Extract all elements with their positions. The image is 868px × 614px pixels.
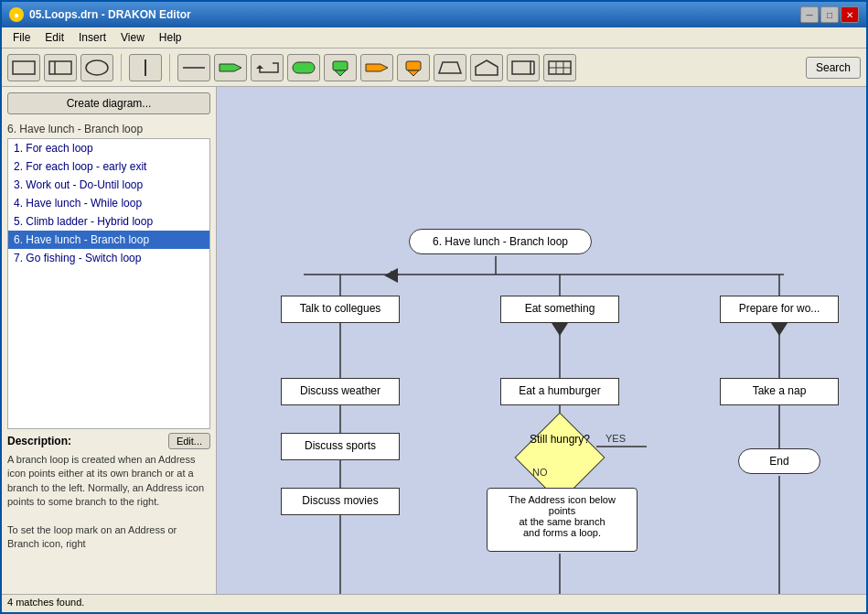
menu-view[interactable]: View [113, 29, 152, 46]
menu-insert[interactable]: Insert [71, 29, 113, 46]
desc-header: Description: Edit... [7, 433, 210, 449]
canvas[interactable]: 6. Have lunch - Branch loop Talk to coll… [217, 87, 866, 594]
toolbar-sep1 [121, 54, 122, 81]
toolbar-orange-arrow[interactable] [360, 54, 393, 81]
node-talk-collegues[interactable]: Talk to collegues [281, 296, 400, 323]
menu-help[interactable]: Help [152, 29, 189, 46]
toolbar-rect1[interactable] [7, 54, 40, 81]
maximize-button[interactable]: □ [820, 6, 839, 23]
svg-marker-10 [335, 70, 346, 76]
app-icon: ● [9, 7, 24, 22]
svg-rect-12 [406, 61, 421, 70]
node-eat-hamburger[interactable]: Eat a humburger [500, 378, 619, 405]
title-bar: ● 05.Loops.drn - DRAKON Editor ─ □ ✕ [2, 2, 866, 27]
toolbar-orange-down[interactable] [397, 54, 430, 81]
toolbar-return[interactable] [251, 54, 284, 81]
node-discuss-movies[interactable]: Discuss movies [281, 488, 400, 515]
svg-marker-43 [384, 268, 398, 283]
svg-marker-7 [256, 65, 263, 69]
node-eat-something-top[interactable]: Eat something [500, 296, 619, 323]
node-end-text: End [769, 455, 788, 468]
node-discuss-movies-text: Discuss movies [302, 494, 378, 507]
description-area: Description: Edit... A branch loop is cr… [2, 429, 216, 594]
svg-rect-0 [13, 61, 35, 74]
toolbar-sep2 [169, 54, 170, 81]
yes-label: YES [605, 433, 626, 444]
loop-arrow [384, 268, 412, 283]
status-bar: 4 matches found. [2, 594, 866, 612]
window-controls: ─ □ ✕ [800, 6, 859, 23]
node-take-nap-text: Take a nap [753, 384, 807, 397]
toolbar-hline[interactable] [177, 54, 210, 81]
sidebar-item-4[interactable]: 4. Have lunch - While loop [8, 194, 209, 212]
toolbar-green-rect[interactable] [287, 54, 320, 81]
diagram-list: 1. For each loop 2. For each loop - earl… [7, 138, 210, 429]
toolbar-green-arrow[interactable] [324, 54, 357, 81]
menu-bar: File Edit Insert View Help [2, 27, 866, 48]
svg-rect-9 [333, 61, 348, 70]
main-window: ● 05.Loops.drn - DRAKON Editor ─ □ ✕ Fil… [0, 0, 868, 614]
toolbar: Search [2, 48, 866, 87]
sidebar-item-1[interactable]: 1. For each loop [8, 139, 209, 157]
toolbar-trapezoid[interactable] [434, 54, 466, 81]
svg-marker-44 [552, 323, 568, 336]
node-discuss-weather[interactable]: Discuss weather [281, 378, 400, 405]
toolbar-grid[interactable] [543, 54, 576, 81]
toolbar-rect-side[interactable] [507, 54, 540, 81]
svg-marker-11 [366, 64, 388, 71]
menu-edit[interactable]: Edit [38, 29, 71, 46]
toolbar-oval[interactable] [80, 54, 113, 81]
toolbar-house[interactable] [470, 54, 503, 81]
canvas-inner: 6. Have lunch - Branch loop Talk to coll… [217, 87, 866, 594]
node-eat-hamburger-text: Eat a humburger [519, 384, 600, 397]
node-take-nap[interactable]: Take a nap [720, 378, 839, 405]
sidebar: Create diagram... 6. Have lunch - Branch… [2, 87, 217, 594]
sidebar-item-6[interactable]: 6. Have lunch - Branch loop [8, 231, 209, 249]
down-arrow-col2 [552, 323, 568, 336]
window-title: 05.Loops.drn - DRAKON Editor [29, 8, 191, 21]
svg-rect-16 [512, 61, 530, 74]
edit-button[interactable]: Edit... [168, 433, 210, 449]
no-label: NO [532, 467, 548, 478]
node-discuss-weather-text: Discuss weather [300, 384, 380, 397]
node-prepare-work-top[interactable]: Prepare for wo... [720, 296, 839, 323]
create-diagram-button[interactable]: Create diagram... [7, 92, 210, 114]
svg-point-3 [86, 60, 108, 75]
diagram-title-node: 6. Have lunch - Branch loop [409, 229, 592, 254]
sidebar-item-3[interactable]: 3. Work out - Do-Until loop [8, 176, 209, 194]
search-button[interactable]: Search [806, 57, 861, 79]
node-talk-collegues-text: Talk to collegues [300, 302, 381, 315]
status-text: 4 matches found. [7, 597, 84, 608]
main-area: Create diagram... 6. Have lunch - Branch… [2, 87, 866, 594]
toolbar-line[interactable] [129, 54, 162, 81]
svg-marker-13 [408, 70, 419, 76]
node-discuss-sports[interactable]: Discuss sports [281, 433, 400, 460]
description-label: Description: [7, 435, 71, 447]
description-text: A branch loop is created when an Address… [7, 453, 210, 590]
node-end[interactable]: End [738, 448, 820, 474]
menu-file[interactable]: File [5, 29, 38, 46]
sidebar-header: 6. Have lunch - Branch loop [2, 120, 216, 138]
toolbar-arrow-green[interactable] [214, 54, 247, 81]
svg-marker-45 [771, 323, 788, 336]
svg-rect-1 [49, 61, 71, 74]
toolbar-rect2[interactable] [44, 54, 77, 81]
svg-marker-14 [439, 62, 461, 73]
svg-marker-6 [220, 64, 241, 71]
sidebar-item-2[interactable]: 2. For each loop - early exit [8, 157, 209, 176]
svg-marker-15 [476, 60, 498, 75]
minimize-button[interactable]: ─ [800, 6, 819, 23]
close-button[interactable]: ✕ [841, 6, 859, 23]
node-note: The Address icon below pointsat the same… [487, 488, 638, 552]
svg-rect-8 [293, 62, 315, 73]
sidebar-item-5[interactable]: 5. Climb ladder - Hybrid loop [8, 212, 209, 231]
diagram-title-text: 6. Have lunch - Branch loop [433, 235, 568, 248]
sidebar-item-7[interactable]: 7. Go fishing - Switch loop [8, 249, 209, 267]
node-eat-something-top-text: Eat something [525, 302, 595, 315]
down-arrow-col3 [771, 323, 788, 336]
node-note-text: The Address icon below pointsat the same… [509, 494, 616, 538]
node-prepare-work-top-text: Prepare for wo... [739, 302, 820, 315]
